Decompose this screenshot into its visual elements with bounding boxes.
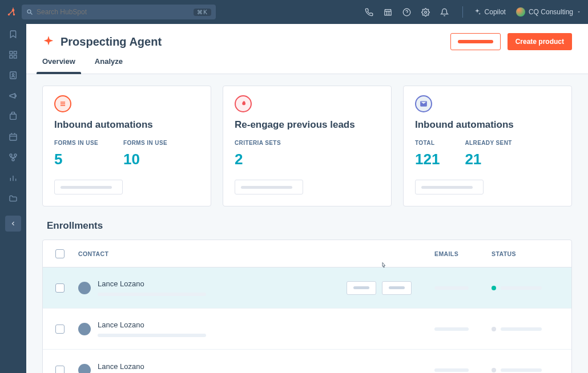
calendar-icon[interactable] <box>9 132 18 141</box>
megaphone-icon[interactable] <box>9 91 18 100</box>
card-action-button[interactable] <box>235 180 303 194</box>
hubspot-logo-icon[interactable] <box>6 6 17 18</box>
content-area: Inbound automations FORMS IN USE 5 FORMS… <box>26 74 588 373</box>
col-emails: EMAILS <box>434 250 492 257</box>
card-title: Re-engage previous leads <box>235 119 380 131</box>
table-row[interactable]: Lance Lozano <box>43 350 571 373</box>
svg-point-13 <box>12 74 14 75</box>
sparkle-icon <box>473 8 481 16</box>
status-dot-icon <box>492 286 496 290</box>
copilot-button[interactable]: Copilot <box>473 8 506 16</box>
stat-value: 10 <box>123 151 167 168</box>
status-label <box>501 368 542 372</box>
contact-subtext <box>98 293 206 296</box>
table-row[interactable]: Lance Lozano <box>43 267 571 309</box>
row-action-button[interactable] <box>382 281 412 295</box>
avatar <box>78 282 91 294</box>
tab-overview[interactable]: Overview <box>42 57 75 74</box>
stat-value: 5 <box>54 151 98 168</box>
summary-cards-row: Inbound automations FORMS IN USE 5 FORMS… <box>42 86 572 206</box>
emails-value <box>434 368 469 372</box>
card-title: Inbound automations <box>415 119 560 131</box>
row-checkbox[interactable] <box>55 366 65 373</box>
row-action-button[interactable] <box>347 281 376 295</box>
list-icon <box>54 95 71 112</box>
svg-point-19 <box>10 154 12 156</box>
svg-rect-11 <box>14 55 17 58</box>
card-inbound-mail: Inbound automations TOTAL 121 ALREADY SE… <box>403 86 572 206</box>
tabs: Overview Analyze <box>26 50 588 74</box>
nav-divider <box>462 6 463 18</box>
marketplace-icon[interactable] <box>384 8 392 17</box>
svg-rect-10 <box>10 55 13 58</box>
flame-icon <box>235 95 252 112</box>
emails-value <box>434 286 469 290</box>
bookmark-icon[interactable] <box>9 30 18 39</box>
search-input[interactable] <box>37 8 194 16</box>
notifications-icon[interactable] <box>440 8 449 17</box>
svg-rect-8 <box>10 51 13 54</box>
card-reengage-leads: Re-engage previous leads CRITERIA SETS 2 <box>223 86 392 206</box>
card-title: Inbound automations <box>54 119 199 131</box>
account-name: CQ Consulting <box>529 8 573 16</box>
reports-icon[interactable] <box>9 173 18 183</box>
table-header: CONTACT EMAILS STATUS <box>43 240 571 267</box>
secondary-action-button[interactable] <box>450 33 501 50</box>
svg-rect-14 <box>10 114 17 119</box>
card-action-button[interactable] <box>54 180 123 194</box>
chevron-down-icon <box>577 10 581 14</box>
card-inbound-automations: Inbound automations FORMS IN USE 5 FORMS… <box>42 86 211 206</box>
row-checkbox[interactable] <box>55 325 65 334</box>
svg-point-3 <box>27 10 31 13</box>
workflow-icon[interactable] <box>9 153 18 162</box>
stat-label: ALREADY SENT <box>465 140 512 146</box>
svg-rect-15 <box>10 134 17 140</box>
search-icon <box>26 9 33 15</box>
left-rail <box>0 24 26 373</box>
folder-icon[interactable] <box>9 194 18 203</box>
contact-subtext <box>98 334 206 337</box>
row-checkbox[interactable] <box>55 283 65 293</box>
top-nav: ⌘K Copilot CQ Consulting <box>0 0 588 24</box>
stat-value: 2 <box>235 151 281 168</box>
arrow-left-icon <box>10 220 17 227</box>
account-menu[interactable]: CQ Consulting <box>516 7 581 17</box>
select-all-checkbox[interactable] <box>55 249 65 258</box>
create-product-button[interactable]: Create product <box>508 33 572 50</box>
table-row[interactable]: Lance Lozano <box>43 309 571 350</box>
sparkle-icon <box>42 35 55 48</box>
page-title: Prospecting Agent <box>61 35 162 48</box>
contacts-icon[interactable] <box>9 71 18 80</box>
global-search[interactable]: ⌘K <box>22 5 216 19</box>
contact-name[interactable]: Lance Lozano <box>98 321 206 329</box>
emails-value <box>434 327 469 331</box>
main-content: Prospecting Agent Create product Overvie… <box>26 24 588 373</box>
status-label <box>501 286 542 290</box>
cart-icon[interactable] <box>9 112 18 121</box>
phone-icon[interactable] <box>365 8 373 17</box>
status-label <box>501 327 542 331</box>
help-icon[interactable] <box>402 8 411 17</box>
settings-icon[interactable] <box>421 8 430 17</box>
enrollments-table: CONTACT EMAILS STATUS Lance Lozano <box>42 240 572 373</box>
col-status: STATUS <box>492 250 559 257</box>
svg-point-20 <box>14 154 17 156</box>
stat-label: FORMS IN USE <box>54 140 98 146</box>
status-dot-icon <box>492 368 496 372</box>
contact-name[interactable]: Lance Lozano <box>98 279 206 288</box>
svg-point-7 <box>424 11 426 13</box>
contact-name[interactable]: Lance Lozano <box>98 362 206 371</box>
enrollments-title: Enrollments <box>47 220 567 232</box>
card-action-button[interactable] <box>415 180 484 194</box>
tab-analyze[interactable]: Analyze <box>95 57 123 74</box>
stat-value: 121 <box>415 151 440 168</box>
stat-value: 21 <box>465 151 512 168</box>
avatar <box>78 323 91 335</box>
mail-icon <box>415 95 432 112</box>
stat-label: FORMS IN USE <box>123 140 167 146</box>
collapse-button[interactable] <box>5 216 21 232</box>
search-shortcut: ⌘K <box>194 9 211 16</box>
stat-label: TOTAL <box>415 140 440 146</box>
top-nav-right: Copilot CQ Consulting <box>365 6 581 18</box>
grid-icon[interactable] <box>9 50 18 59</box>
